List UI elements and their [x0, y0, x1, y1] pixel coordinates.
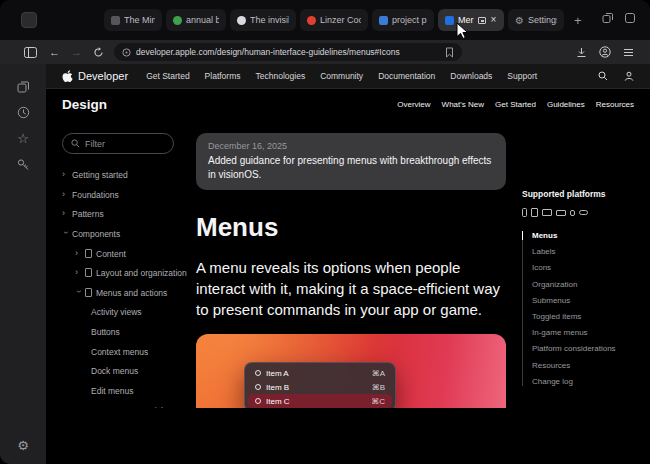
browser-tab[interactable]: project pr — [372, 9, 434, 31]
tree-item-menus-and-actions[interactable]: ›Menus and actions — [62, 288, 190, 299]
toc-item-resources[interactable]: Resources — [532, 361, 646, 370]
forward-icon[interactable]: → — [71, 47, 82, 58]
tree-item-home-screen-quick-actions[interactable]: Home Screen quick actions — [62, 406, 190, 409]
settings-gear-icon[interactable]: ⚙ — [17, 439, 29, 452]
gear-icon: ⚙ — [515, 16, 524, 25]
tab-favicon — [173, 16, 182, 25]
brand-label: Developer — [78, 70, 128, 82]
back-icon[interactable]: ← — [49, 47, 60, 58]
browser-side-rail: ☆ ⚙ — [0, 64, 46, 464]
toc-item-icons[interactable]: Icons — [532, 263, 646, 272]
toc-item-change-log[interactable]: Change log — [532, 377, 646, 386]
search-icon[interactable] — [598, 71, 608, 81]
design-nav-get-started[interactable]: Get Started — [495, 100, 536, 109]
tab-title: Settings — [528, 15, 557, 25]
mac-display-icon — [542, 209, 552, 216]
url-text[interactable]: developer.apple.com/design/human-interfa… — [136, 47, 440, 57]
page-aside: Supported platforms Menus Labels Icons O… — [522, 133, 646, 408]
tab-favicon — [237, 16, 246, 25]
toc-item-menus[interactable]: Menus — [532, 231, 646, 240]
tree-item-patterns[interactable]: ›Patterns — [62, 209, 190, 220]
tree-item-content[interactable]: ›Content — [62, 249, 190, 260]
profile-avatar-icon[interactable] — [599, 46, 611, 58]
favorites-star-icon[interactable]: ☆ — [17, 132, 29, 145]
keyboard-shortcut: ⌘B — [372, 383, 385, 392]
tree-item-edit-menus[interactable]: Edit menus — [62, 386, 190, 397]
article: December 16, 2025 Added guidance for pre… — [196, 133, 506, 408]
intro-paragraph: A menu reveals its options when people i… — [196, 257, 506, 320]
filter-field[interactable] — [62, 133, 174, 154]
nav-platforms[interactable]: Platforms — [205, 71, 241, 81]
demo-item-label: Item A — [266, 369, 289, 378]
toc-item-in-game-menus[interactable]: In-game menus — [532, 328, 646, 337]
browser-tab-active[interactable]: Mer × — [438, 9, 504, 31]
chevron-right-icon: › — [62, 209, 68, 218]
design-nav-guidelines[interactable]: Guidelines — [547, 100, 585, 109]
sidebar-toggle-icon[interactable] — [24, 47, 37, 58]
nav-downloads[interactable]: Downloads — [450, 71, 492, 81]
toc-item-organization[interactable]: Organization — [532, 280, 646, 289]
account-icon[interactable] — [624, 71, 634, 81]
toc-item-labels[interactable]: Labels — [532, 247, 646, 256]
tree-item-activity-views[interactable]: Activity views — [62, 307, 190, 318]
demo-item-label: Item B — [266, 383, 289, 392]
vision-pro-icon — [579, 210, 588, 215]
update-text: Added guidance for presenting menus with… — [208, 154, 494, 181]
page-section-title[interactable]: Design — [62, 97, 107, 112]
tree-item-getting-started[interactable]: ›Getting started — [62, 170, 190, 181]
nav-documentation[interactable]: Documentation — [378, 71, 435, 81]
chevron-right-icon: › — [75, 249, 81, 258]
tree-item-dock-menus[interactable]: Dock menus — [62, 366, 190, 377]
reload-icon[interactable] — [93, 47, 104, 58]
browser-app-icon[interactable] — [21, 12, 37, 28]
browser-tab[interactable]: Linzer Cooki — [300, 9, 368, 31]
chevron-down-icon: › — [74, 290, 83, 296]
copy-pages-icon[interactable] — [17, 80, 30, 93]
document-icon — [85, 268, 92, 277]
demo-menu-item-highlighted: Item C ⌘C — [248, 394, 392, 408]
tree-item-layout-organization[interactable]: ›Layout and organization — [62, 268, 190, 279]
nav-community[interactable]: Community — [320, 71, 363, 81]
bookmark-icon[interactable] — [445, 47, 454, 58]
site-info-icon[interactable] — [122, 48, 131, 57]
nav-technologies[interactable]: Technologies — [256, 71, 306, 81]
browser-tab[interactable]: The invisible — [230, 9, 296, 31]
tab-strip: The Minim annual bu The invisible Linzer… — [104, 9, 582, 31]
download-icon[interactable] — [576, 47, 587, 58]
doc-sidebar: ›Getting started ›Foundations ›Patterns … — [62, 133, 190, 408]
demo-menu-item: Item A ⌘A — [248, 366, 392, 380]
tree-item-context-menus[interactable]: Context menus — [62, 347, 190, 358]
history-clock-icon[interactable] — [17, 106, 30, 119]
address-bar[interactable]: developer.apple.com/design/human-interfa… — [114, 43, 462, 61]
passwords-key-icon[interactable] — [17, 158, 30, 171]
nav-get-started[interactable]: Get Started — [146, 71, 189, 81]
nav-support[interactable]: Support — [507, 71, 537, 81]
tree-item-foundations[interactable]: ›Foundations — [62, 190, 190, 201]
tree-item-components[interactable]: ›Components — [62, 229, 190, 240]
filter-input[interactable] — [85, 139, 155, 149]
tab-pip-icon[interactable] — [478, 17, 486, 24]
new-tab-button[interactable]: + — [574, 14, 582, 27]
design-nav-resources[interactable]: Resources — [596, 100, 634, 109]
browser-tab[interactable]: annual bu — [166, 9, 226, 31]
tree-item-buttons[interactable]: Buttons — [62, 327, 190, 338]
toc-item-toggled-items[interactable]: Toggled items — [532, 312, 646, 321]
browser-tab[interactable]: The Minim — [104, 9, 162, 31]
apple-tv-icon — [556, 210, 566, 216]
supported-platforms-label: Supported platforms — [522, 189, 646, 199]
menu-hamburger-icon[interactable] — [623, 48, 634, 57]
window-restore-icon[interactable] — [602, 12, 614, 24]
design-nav-whats-new[interactable]: What's New — [442, 100, 484, 109]
tab-close-icon[interactable]: × — [491, 15, 497, 25]
browser-tab-settings[interactable]: ⚙ Settings — [508, 9, 564, 31]
apple-developer-brand[interactable]: Developer — [62, 70, 128, 83]
ipad-icon — [531, 208, 538, 217]
design-nav-overview[interactable]: Overview — [397, 100, 430, 109]
tab-title: The invisible — [250, 15, 289, 25]
apple-nav: Get Started Platforms Technologies Commu… — [146, 71, 537, 81]
toc-item-platform-considerations[interactable]: Platform considerations — [532, 344, 646, 353]
iphone-icon — [522, 208, 527, 217]
toolbar-right-icons — [576, 46, 650, 58]
window-menu-icon[interactable] — [624, 12, 636, 24]
toc-item-submenus[interactable]: Submenus — [532, 296, 646, 305]
